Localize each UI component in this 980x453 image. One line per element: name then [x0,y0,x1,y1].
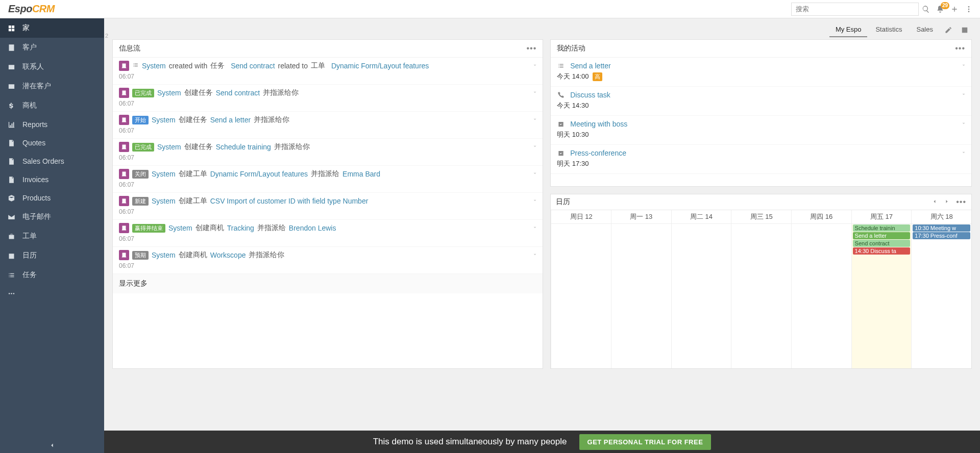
calendar-day[interactable]: 周三 15 [731,210,791,368]
chevron-down-icon[interactable] [532,196,537,205]
activity-time: 今天 14:30 [557,101,589,110]
chevron-down-icon[interactable] [532,250,537,259]
activities-menu-icon[interactable]: ••• [955,46,965,51]
sidebar-item-calendar[interactable]: 日历 [0,246,104,265]
sidebar-item-contacts[interactable]: 联系人 [0,57,104,77]
add-dashboard-icon[interactable] [958,23,972,37]
stream-link[interactable]: Send contract [231,62,275,70]
collapse-sidebar-icon[interactable] [0,438,104,453]
dashboard-tabs: My EspoStatisticsSales [104,18,980,39]
calendar-day[interactable]: 周四 16 [791,210,851,368]
stream-link[interactable]: System [152,116,176,124]
tab-my-espo[interactable]: My Espo [829,22,868,37]
calendar-event[interactable]: Send a letter [853,232,911,239]
chevron-down-icon[interactable] [532,115,537,124]
stream-link[interactable]: Send contract [216,89,260,97]
calendar-prev-icon[interactable] [928,197,941,207]
activity-title[interactable]: Send a letter [570,62,610,70]
sidebar-item-label: 电子邮件 [22,212,51,221]
sidebar-item-leads[interactable]: 潜在客户 [0,77,104,96]
stream-link[interactable]: Brendon Lewis [289,224,336,232]
stream-link[interactable]: Emma Bard [342,170,380,178]
sidebar-item-opps[interactable]: 商机 [0,96,104,115]
search-input[interactable] [791,3,919,16]
activity-item: Send a letter今天 14:00高 [551,58,971,87]
stream-text: 工单 [311,61,325,70]
sidebar-item-salesorders[interactable]: Sales Orders [0,152,104,170]
chevron-down-icon[interactable] [961,119,966,128]
tab-sales[interactable]: Sales [910,22,939,37]
sidebar-item-home[interactable]: 家 [0,18,104,38]
activity-title[interactable]: Discuss task [570,91,610,99]
stream-link[interactable]: System [168,224,192,232]
calendar-day[interactable]: 周二 14 [671,210,731,368]
quick-create-icon[interactable] [947,2,962,16]
sidebar-item-products[interactable]: Products [0,189,104,207]
calendar-event[interactable]: 17:30 Press-conf [913,232,970,239]
activity-title[interactable]: Press-conference [570,149,626,157]
stream-text: related to [278,62,308,70]
calendar-day[interactable]: 周六 1810:30 Meeting w17:30 Press-conf [911,210,971,368]
activities-body: Send a letter今天 14:00高Discuss task今天 14:… [551,58,971,174]
sidebar-item-cases[interactable]: 工单 [0,226,104,246]
stream-time: 06:07 [119,127,536,134]
search-icon[interactable] [919,2,933,16]
sidebar-item-invoices[interactable]: Invoices [0,170,104,189]
sidebar-item-more[interactable] [0,285,104,303]
show-more-button[interactable]: 显示更多 [113,274,543,293]
stream-link[interactable]: Workscope [210,251,246,259]
stream-menu-icon[interactable]: ••• [526,46,536,51]
stream-link[interactable]: Schedule training [216,143,271,151]
stream-link[interactable]: System [152,197,176,205]
briefcase-icon [7,233,15,240]
stream-text: 创建任务 [184,142,213,152]
stream-item: 预期System创建商机Workscope并指派给你06:07 [113,247,543,274]
chevron-down-icon[interactable] [961,148,966,157]
stream-link[interactable]: System [142,62,166,70]
menu-icon[interactable] [962,2,976,16]
chevron-down-icon[interactable] [961,90,966,99]
calendar-day[interactable]: 周日 12 [551,210,611,368]
activity-item: Press-conference明天 17:30 [551,145,971,174]
chevron-down-icon[interactable] [532,223,537,232]
sidebar-item-accounts[interactable]: 客户 [0,38,104,57]
calendar-day[interactable]: 周一 13 [611,210,671,368]
calendar-event[interactable]: Send contract [853,240,911,247]
calendar-menu-icon[interactable]: ••• [956,199,966,205]
activity-title[interactable]: Meeting with boss [570,120,627,128]
chevron-down-icon[interactable] [961,61,966,70]
chevron-down-icon[interactable] [532,88,537,97]
trial-button[interactable]: GET PERSONAL TRIAL FOR FREE [579,434,712,450]
sidebar-item-emails[interactable]: 电子邮件 [0,207,104,226]
calendar-event[interactable]: Schedule trainin [853,224,911,232]
calendar-day-head: 周二 14 [672,210,731,224]
sidebar-item-tasks[interactable]: 任务 [0,265,104,285]
edit-dashboard-icon[interactable] [941,23,955,37]
stream-link[interactable]: System [157,89,181,97]
calendar-event[interactable]: 10:30 Meeting w [913,224,970,232]
logo[interactable]: EspoCRM [4,3,55,16]
calendar-event[interactable]: 14:30 Discuss ta [853,247,911,255]
stream-link[interactable]: Tracking [227,224,254,232]
stream-link[interactable]: Dynamic Form/Layout features [331,62,429,70]
stream-time: 06:07 [119,262,536,269]
stream-link[interactable]: Send a letter [210,116,251,124]
chevron-down-icon[interactable] [532,169,537,178]
chevron-down-icon[interactable] [532,61,537,70]
dollar-icon [7,102,15,110]
stream-link[interactable]: Dynamic Form/Layout features [210,170,308,178]
stream-link[interactable]: System [152,251,176,259]
sidebar-item-reports[interactable]: Reports [0,115,104,134]
stream-link[interactable]: System [157,143,181,151]
stream-link[interactable]: CSV Import of customer ID with field typ… [210,197,369,205]
doc-icon [7,176,15,184]
calendar-day[interactable]: 周五 17Schedule traininSend a letterSend c… [851,210,912,368]
avatar-icon [119,250,129,260]
tab-statistics[interactable]: Statistics [869,22,908,37]
stream-link[interactable]: System [152,170,176,178]
notifications-icon[interactable]: 29 [933,2,947,16]
calendar-next-icon[interactable] [941,197,953,207]
calendar-panel: 日历 ••• 2 周日 12周一 13周二 14周三 15周四 16周五 17S… [550,194,972,369]
chevron-down-icon[interactable] [532,142,537,151]
sidebar-item-quotes[interactable]: Quotes [0,134,104,152]
